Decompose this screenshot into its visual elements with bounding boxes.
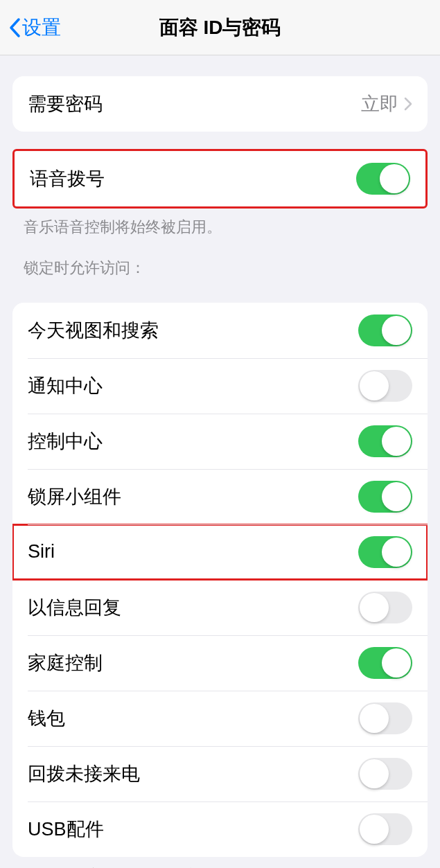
voice-dial-footer: 音乐语音控制将始终被启用。 [0,209,440,238]
lock-item-label: 锁屏小组件 [28,484,121,509]
back-button[interactable]: 设置 [0,15,61,41]
lock-item-toggle[interactable] [358,315,412,346]
lock-item-label: Siri [28,541,55,563]
lock-section-footer: iPhone锁定超过一小时后，需先解锁iPhone才能允许 USB 配件连接。 [0,857,440,868]
lock-item-toggle[interactable] [358,702,412,734]
voice-dial-row: 语音拨号 [15,151,425,206]
passcode-group: 需要密码 立即 [12,76,428,132]
lock-item-row: 锁屏小组件 [12,469,428,524]
require-passcode-label: 需要密码 [28,91,103,116]
lock-item-row: 控制中心 [12,414,428,469]
lock-item-row: 钱包 [12,691,428,746]
voice-dial-label: 语音拨号 [30,166,105,191]
lock-item-row: USB配件 [12,801,428,857]
lock-item-toggle[interactable] [358,647,412,679]
lock-item-toggle[interactable] [358,758,412,790]
lock-item-label: 通知中心 [28,373,103,398]
lock-item-toggle[interactable] [358,592,412,623]
lock-item-label: 今天视图和搜索 [28,318,159,343]
lock-item-toggle[interactable] [358,425,412,457]
lock-item-label: 回拨未接来电 [28,761,140,786]
lock-item-row: 通知中心 [12,358,428,414]
chevron-left-icon [8,17,21,38]
lock-item-label: 控制中心 [28,429,103,454]
lock-item-row: 以信息回复 [12,580,428,635]
require-passcode-row[interactable]: 需要密码 立即 [12,76,428,132]
lock-item-toggle[interactable] [358,370,412,402]
lock-item-row: 今天视图和搜索 [12,303,428,358]
lock-section-header: 锁定时允许访问： [0,238,440,285]
navigation-bar: 设置 面容 ID与密码 [0,0,440,55]
page-title: 面容 ID与密码 [159,15,281,41]
chevron-right-icon [404,92,412,116]
lock-access-group: 今天视图和搜索通知中心控制中心锁屏小组件Siri以信息回复家庭控制钱包回拨未接来… [12,303,428,857]
voice-dial-group: 语音拨号 [12,149,428,209]
lock-item-label: USB配件 [28,817,104,842]
lock-item-row: Siri [12,524,428,580]
lock-item-toggle[interactable] [358,536,412,568]
lock-item-row: 回拨未接来电 [12,746,428,801]
lock-item-label: 家庭控制 [28,650,103,675]
back-label: 设置 [22,15,61,41]
lock-item-label: 钱包 [28,706,65,731]
require-passcode-value: 立即 [361,91,412,116]
lock-item-toggle[interactable] [358,813,412,845]
voice-dial-toggle[interactable] [356,163,410,195]
lock-item-row: 家庭控制 [12,635,428,691]
lock-item-toggle[interactable] [358,481,412,513]
lock-item-label: 以信息回复 [28,595,121,620]
